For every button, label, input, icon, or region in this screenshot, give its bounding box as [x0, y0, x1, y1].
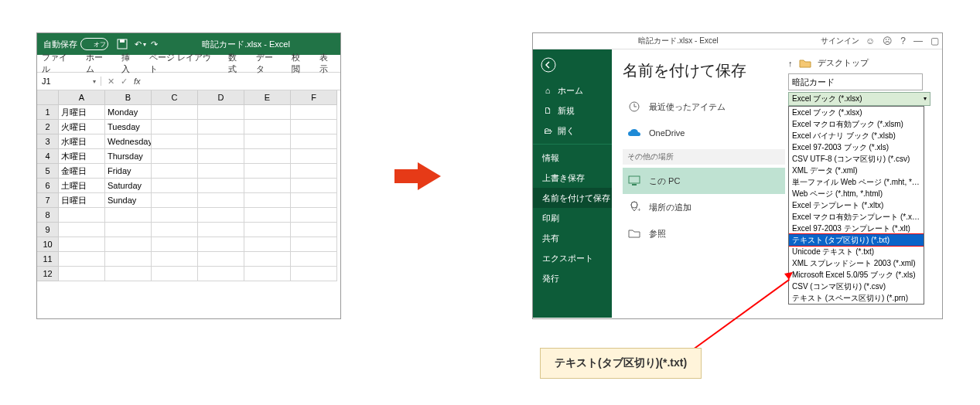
current-folder-label[interactable]: デスクトップ — [818, 57, 869, 69]
cell[interactable]: 火曜日 — [59, 120, 105, 134]
cell[interactable] — [244, 223, 291, 237]
row-header[interactable]: 10 — [37, 237, 59, 252]
spreadsheet-grid[interactable]: ABCDEF1月曜日Monday2火曜日Tuesday3水曜日Wednesday… — [37, 90, 340, 281]
cell[interactable] — [152, 237, 198, 252]
sidebar-item-share[interactable]: 共有 — [533, 228, 612, 248]
cell[interactable] — [291, 134, 337, 149]
cancel-icon[interactable]: ✕ — [108, 77, 114, 87]
ribbon-tab[interactable]: 挿入 — [121, 52, 138, 75]
sidebar-item-save[interactable]: 上書き保存 — [533, 168, 612, 188]
cell[interactable] — [59, 237, 105, 252]
cell[interactable] — [291, 164, 337, 179]
cell[interactable] — [244, 267, 291, 281]
cell[interactable] — [291, 120, 337, 134]
dropdown-icon[interactable]: ▾ — [143, 41, 146, 48]
cell[interactable]: Monday — [105, 105, 152, 120]
filetype-option[interactable]: CSV UTF-8 (コンマ区切り) (*.csv) — [789, 153, 924, 165]
sidebar-item-home[interactable]: ⌂ホーム — [533, 80, 612, 100]
cell[interactable] — [152, 252, 198, 267]
column-header[interactable]: B — [105, 90, 152, 105]
face-sad-icon[interactable]: ☹ — [883, 36, 893, 46]
ribbon-tab[interactable]: ホーム — [86, 52, 111, 75]
maximize-icon[interactable]: ▢ — [930, 36, 939, 46]
cell[interactable] — [198, 237, 244, 252]
filetype-option[interactable]: CSV (コンマ区切り) (*.csv) — [789, 281, 924, 292]
cell[interactable] — [152, 208, 198, 223]
cell[interactable] — [244, 193, 291, 208]
cell[interactable] — [291, 223, 337, 237]
cell[interactable] — [244, 134, 291, 149]
fx-icon[interactable]: fx — [134, 77, 141, 86]
cell[interactable] — [152, 134, 198, 149]
undo-icon[interactable]: ↶ — [135, 39, 142, 49]
cell[interactable]: 金曜日 — [59, 164, 105, 179]
cell[interactable] — [152, 164, 198, 179]
sidebar-item-publish[interactable]: 発行 — [533, 268, 612, 288]
filetype-dropdown[interactable]: Excel ブック (*.xlsx)▾ — [788, 92, 930, 106]
column-header[interactable]: F — [291, 90, 337, 105]
filetype-option[interactable]: 単一ファイル Web ページ (*.mht, *.mhtml) — [789, 176, 924, 188]
redo-icon[interactable]: ↷ — [151, 39, 158, 49]
column-header[interactable]: A — [59, 90, 105, 105]
filetype-option[interactable]: XML スプレッドシート 2003 (*.xml) — [789, 257, 924, 269]
cell[interactable] — [198, 149, 244, 164]
cell[interactable] — [105, 237, 152, 252]
filetype-option[interactable]: Excel 97-2003 テンプレート (*.xlt) — [789, 223, 924, 234]
filetype-option[interactable]: Unicode テキスト (*.txt) — [789, 246, 924, 257]
ribbon-tab[interactable]: ファイル — [42, 52, 75, 75]
cell[interactable]: Tuesday — [105, 120, 152, 134]
location-browse[interactable]: 参照 — [623, 220, 785, 247]
cell[interactable] — [291, 193, 337, 208]
cell[interactable] — [152, 193, 198, 208]
cell[interactable] — [244, 149, 291, 164]
cell[interactable]: Friday — [105, 164, 152, 179]
cell[interactable] — [152, 179, 198, 193]
cell[interactable]: 日曜日 — [59, 193, 105, 208]
sidebar-item-open[interactable]: 🗁開く — [533, 121, 612, 141]
cell[interactable] — [244, 252, 291, 267]
cell[interactable] — [59, 208, 105, 223]
row-header[interactable]: 11 — [37, 252, 59, 267]
column-header[interactable]: D — [198, 90, 244, 105]
sidebar-item-export[interactable]: エクスポート — [533, 248, 612, 268]
row-header[interactable]: 8 — [37, 208, 59, 223]
cell[interactable] — [198, 208, 244, 223]
cell[interactable]: 木曜日 — [59, 149, 105, 164]
enter-icon[interactable]: ✓ — [121, 77, 128, 87]
filetype-option[interactable]: Excel バイナリ ブック (*.xlsb) — [789, 130, 924, 141]
cell[interactable] — [59, 252, 105, 267]
cell[interactable] — [244, 208, 291, 223]
cell[interactable] — [198, 105, 244, 120]
cell[interactable] — [59, 223, 105, 237]
cell[interactable] — [198, 193, 244, 208]
filetype-option[interactable]: Excel マクロ有効テンプレート (*.xltm) — [789, 211, 924, 223]
row-header[interactable]: 6 — [37, 179, 59, 193]
cell[interactable] — [198, 164, 244, 179]
sidebar-item-new[interactable]: 🗋新規 — [533, 100, 612, 121]
filetype-option[interactable]: テキスト (タブ区切り) (*.txt) — [788, 233, 924, 247]
up-arrow-icon[interactable]: ↑ — [788, 59, 793, 68]
filetype-option[interactable]: Excel ブック (*.xlsx) — [789, 107, 924, 118]
cell[interactable] — [291, 149, 337, 164]
row-header[interactable]: 5 — [37, 164, 59, 179]
cell[interactable] — [291, 267, 337, 281]
filetype-option[interactable]: Excel 97-2003 ブック (*.xls) — [789, 141, 924, 153]
filetype-option[interactable]: XML データ (*.xml) — [789, 165, 924, 176]
save-icon[interactable] — [116, 38, 128, 50]
cell[interactable] — [198, 120, 244, 134]
help-icon[interactable]: ? — [900, 36, 906, 46]
cell[interactable] — [244, 120, 291, 134]
minimize-icon[interactable]: — — [913, 36, 923, 46]
sidebar-item-saveas[interactable]: 名前を付けて保存 — [533, 188, 612, 208]
cell[interactable]: Sunday — [105, 193, 152, 208]
row-header[interactable]: 9 — [37, 223, 59, 237]
cell[interactable] — [291, 179, 337, 193]
location-onedrive[interactable]: OneDrive — [623, 120, 785, 146]
cell[interactable] — [198, 267, 244, 281]
filetype-option[interactable]: Web ページ (*.htm, *.html) — [789, 188, 924, 199]
sidebar-item-info[interactable]: 情報 — [533, 148, 612, 168]
cell[interactable] — [105, 208, 152, 223]
cell[interactable] — [198, 134, 244, 149]
cell[interactable]: Wednesday — [105, 134, 152, 149]
name-box[interactable]: J1▾ — [37, 77, 101, 86]
